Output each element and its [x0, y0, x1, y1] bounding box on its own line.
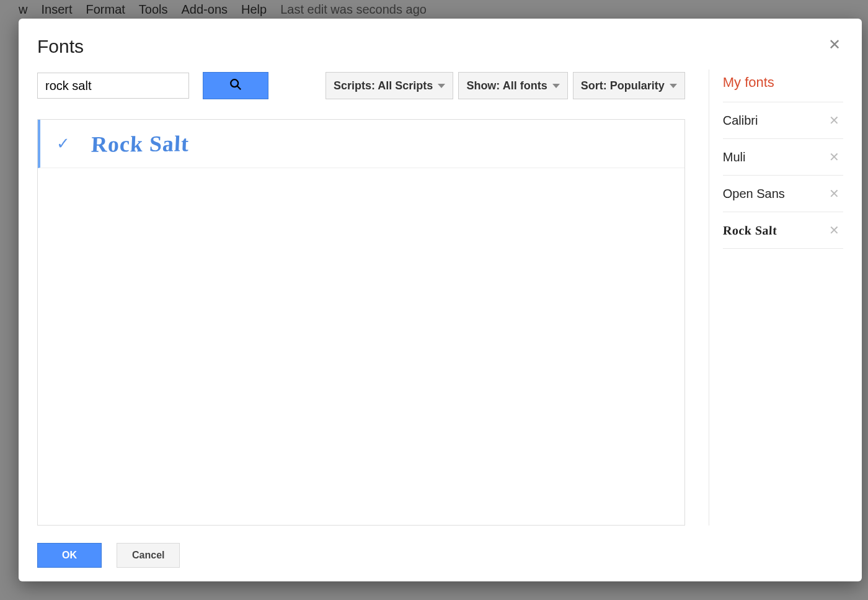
search-button[interactable] [203, 72, 268, 99]
font-preview: Rock Salt [91, 130, 190, 157]
svg-line-1 [237, 86, 241, 90]
check-icon: ✓ [56, 134, 71, 153]
scripts-filter[interactable]: Scripts: All Scripts [326, 72, 453, 99]
cancel-button[interactable]: Cancel [117, 543, 180, 568]
remove-font-button[interactable]: ✕ [826, 110, 842, 130]
my-font-label: Muli [723, 150, 746, 164]
font-result-item[interactable]: ✓ Rock Salt [38, 120, 684, 168]
my-font-label: Open Sans [723, 187, 785, 201]
chevron-down-icon [438, 84, 445, 88]
search-input[interactable] [37, 73, 189, 99]
left-pane: Scripts: All Scripts Show: All fonts Sor… [37, 72, 709, 526]
sort-filter[interactable]: Sort: Popularity [573, 72, 685, 99]
my-fonts-title: My fonts [723, 69, 843, 102]
show-filter[interactable]: Show: All fonts [458, 72, 567, 99]
my-font-item[interactable]: Rock Salt ✕ [723, 212, 843, 249]
dialog-footer: OK Cancel [37, 526, 843, 568]
search-icon [229, 78, 242, 94]
svg-point-0 [231, 79, 238, 87]
remove-font-button[interactable]: ✕ [826, 220, 842, 240]
show-filter-label: Show: All fonts [466, 79, 547, 92]
my-font-item[interactable]: Open Sans ✕ [723, 175, 843, 212]
remove-font-button[interactable]: ✕ [826, 184, 842, 204]
chevron-down-icon [552, 84, 560, 88]
my-font-label: Calibri [723, 114, 758, 128]
chevron-down-icon [670, 84, 677, 88]
my-font-label: Rock Salt [722, 223, 777, 238]
dialog-title: Fonts [37, 36, 84, 57]
fonts-dialog: Fonts ✕ Scripts: All Scripts [19, 19, 862, 581]
my-font-item[interactable]: Calibri ✕ [723, 102, 843, 138]
ok-button[interactable]: OK [37, 543, 102, 568]
controls-row: Scripts: All Scripts Show: All fonts Sor… [37, 72, 685, 99]
my-fonts-pane: My fonts Calibri ✕ Muli ✕ Open Sans ✕ Ro… [709, 69, 843, 526]
close-button[interactable]: ✕ [826, 36, 843, 53]
font-results-list: ✓ Rock Salt [37, 119, 685, 526]
remove-font-button[interactable]: ✕ [826, 147, 842, 167]
scripts-filter-label: Scripts: All Scripts [334, 79, 433, 92]
dialog-header: Fonts ✕ [37, 36, 843, 72]
sort-filter-label: Sort: Popularity [581, 79, 665, 92]
my-font-item[interactable]: Muli ✕ [723, 138, 843, 175]
